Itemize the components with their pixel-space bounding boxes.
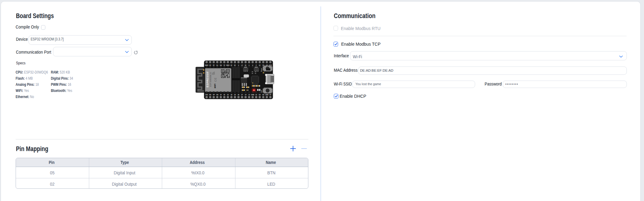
svg-text:VN: VN [216, 94, 219, 96]
svg-text:5V: 5V [269, 94, 272, 96]
svg-text:32: 32 [227, 94, 229, 96]
svg-text:26: 26 [238, 94, 240, 96]
svg-text:16: 16 [245, 64, 246, 66]
svg-text:ESP-WROOM-32: ESP-WROOM-32 [210, 72, 211, 87]
svg-text:TX: TX [216, 64, 218, 66]
svg-text:34: 34 [220, 94, 222, 96]
svg-text:2: 2 [256, 64, 257, 66]
svg-text:ESPRESSIF: ESPRESSIF [206, 71, 209, 87]
svg-text:3V3: 3V3 [205, 94, 208, 96]
svg-text:RX: RX [219, 64, 222, 66]
svg-text:22: 22 [213, 64, 215, 66]
svg-text:VP: VP [213, 94, 215, 96]
svg-text:17: 17 [241, 64, 243, 66]
svg-text:Boot: Boot [261, 68, 262, 72]
svg-text:CE: CE [214, 77, 217, 82]
svg-text:D3: D3 [262, 94, 264, 96]
svg-text:18: 18 [234, 64, 236, 66]
svg-text:EN: EN [261, 90, 262, 93]
svg-text:GND: GND [251, 94, 254, 96]
svg-text:25: 25 [234, 94, 236, 96]
svg-text:EN: EN [209, 94, 211, 96]
svg-text:GND: GND [226, 64, 230, 66]
svg-text:12: 12 [248, 94, 250, 96]
svg-text:13: 13 [255, 94, 257, 96]
svg-text:0: 0 [252, 64, 253, 66]
svg-text:15: 15 [259, 64, 261, 66]
svg-text:5: 5 [238, 64, 239, 66]
svg-text:23: 23 [209, 64, 211, 66]
svg-text:21: 21 [223, 64, 225, 66]
svg-text:33: 33 [231, 94, 232, 96]
svg-text:GND: GND [205, 64, 208, 66]
svg-text:D1: D1 [262, 64, 264, 66]
svg-text:CMD: CMD [265, 94, 269, 96]
svg-text:35: 35 [223, 94, 225, 96]
svg-text:19: 19 [231, 64, 232, 66]
svg-text:27: 27 [241, 94, 243, 96]
svg-text:WiFi: WiFi [214, 83, 216, 88]
svg-text:D2: D2 [259, 94, 261, 96]
svg-text:14: 14 [245, 94, 247, 96]
svg-text:4: 4 [249, 64, 250, 66]
